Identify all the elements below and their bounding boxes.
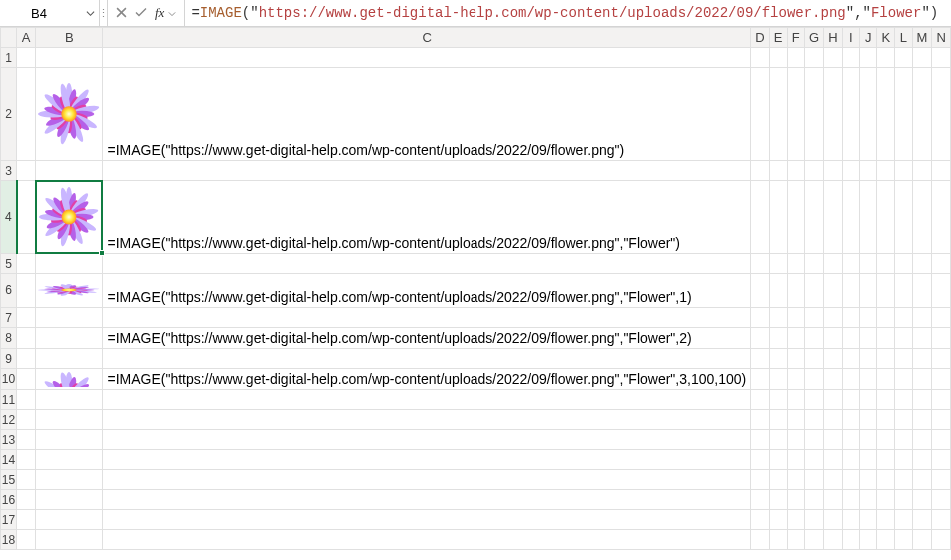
cell-F14[interactable] [787,450,804,470]
cell-D5[interactable] [751,254,770,274]
cell-H18[interactable] [824,530,843,550]
cell-D13[interactable] [751,430,770,450]
cell-N16[interactable] [932,490,951,510]
formula-input[interactable]: =IMAGE("https://www.get-digital-help.com… [185,0,951,26]
cell-E16[interactable] [769,490,787,510]
cell-C6[interactable]: =IMAGE("https://www.get-digital-help.com… [103,274,751,308]
enter-icon[interactable] [135,6,147,21]
cell-D2[interactable] [751,68,770,161]
col-header-N[interactable]: N [932,28,951,48]
cell-K8[interactable] [877,328,895,349]
cell-B14[interactable] [36,450,103,470]
cell-F11[interactable] [787,390,804,410]
cell-M2[interactable] [912,68,932,161]
cell-E12[interactable] [769,410,787,430]
row-header-8[interactable]: 8 [1,328,17,349]
worksheet[interactable]: ABCDEFGHIJKLMN12 =IMAGE("https://www.get… [0,27,951,550]
cell-A4[interactable] [17,181,36,254]
cell-N9[interactable] [932,349,951,369]
cell-N5[interactable] [932,254,951,274]
cell-G15[interactable] [804,470,823,490]
cell-E5[interactable] [769,254,787,274]
name-box[interactable] [0,0,100,26]
cell-L6[interactable] [895,274,912,308]
col-header-L[interactable]: L [895,28,912,48]
cell-E8[interactable] [769,328,787,349]
cell-M15[interactable] [912,470,932,490]
select-all-corner[interactable] [1,28,17,48]
cell-D7[interactable] [751,308,770,328]
cell-L14[interactable] [895,450,912,470]
cell-L18[interactable] [895,530,912,550]
cell-H15[interactable] [824,470,843,490]
cell-B6[interactable] [36,274,103,308]
cell-I8[interactable] [842,328,859,349]
cell-B3[interactable] [36,161,103,181]
cell-M5[interactable] [912,254,932,274]
cell-N18[interactable] [932,530,951,550]
cell-G2[interactable] [804,68,823,161]
row-header-2[interactable]: 2 [1,68,17,161]
cell-G7[interactable] [804,308,823,328]
cell-N10[interactable] [932,369,951,390]
cell-D9[interactable] [751,349,770,369]
cell-F3[interactable] [787,161,804,181]
cell-K13[interactable] [877,430,895,450]
cell-D4[interactable] [751,181,770,254]
cell-K16[interactable] [877,490,895,510]
cell-F18[interactable] [787,530,804,550]
cell-C14[interactable] [103,450,751,470]
row-header-7[interactable]: 7 [1,308,17,328]
cell-B9[interactable] [36,349,103,369]
cell-E6[interactable] [769,274,787,308]
cell-E9[interactable] [769,349,787,369]
row-header-3[interactable]: 3 [1,161,17,181]
cell-N7[interactable] [932,308,951,328]
cell-I18[interactable] [842,530,859,550]
cell-F7[interactable] [787,308,804,328]
cell-K14[interactable] [877,450,895,470]
cell-I3[interactable] [842,161,859,181]
cell-A1[interactable] [17,48,36,68]
cell-K10[interactable] [877,369,895,390]
cell-K15[interactable] [877,470,895,490]
cell-J17[interactable] [859,510,876,530]
cell-B18[interactable] [36,530,103,550]
chevron-down-icon[interactable] [86,5,95,21]
cell-N13[interactable] [932,430,951,450]
cell-A3[interactable] [17,161,36,181]
cell-K18[interactable] [877,530,895,550]
cell-B4[interactable] [36,181,103,254]
cell-B1[interactable] [36,48,103,68]
cell-E7[interactable] [769,308,787,328]
cell-D17[interactable] [751,510,770,530]
cell-A13[interactable] [17,430,36,450]
cell-C7[interactable] [103,308,751,328]
cell-M13[interactable] [912,430,932,450]
cell-L3[interactable] [895,161,912,181]
cell-A17[interactable] [17,510,36,530]
cell-J16[interactable] [859,490,876,510]
cell-J4[interactable] [859,181,876,254]
cell-D15[interactable] [751,470,770,490]
cell-K11[interactable] [877,390,895,410]
cell-L4[interactable] [895,181,912,254]
cell-M1[interactable] [912,48,932,68]
cell-I5[interactable] [842,254,859,274]
cell-G3[interactable] [804,161,823,181]
cell-J11[interactable] [859,390,876,410]
cell-H11[interactable] [824,390,843,410]
cell-I9[interactable] [842,349,859,369]
cell-C15[interactable] [103,470,751,490]
cell-H1[interactable] [824,48,843,68]
cell-J10[interactable] [859,369,876,390]
cell-K9[interactable] [877,349,895,369]
cell-G5[interactable] [804,254,823,274]
cell-K6[interactable] [877,274,895,308]
cell-A6[interactable] [17,274,36,308]
cell-D3[interactable] [751,161,770,181]
cell-I12[interactable] [842,410,859,430]
cell-M14[interactable] [912,450,932,470]
cell-G17[interactable] [804,510,823,530]
cell-C18[interactable] [103,530,751,550]
